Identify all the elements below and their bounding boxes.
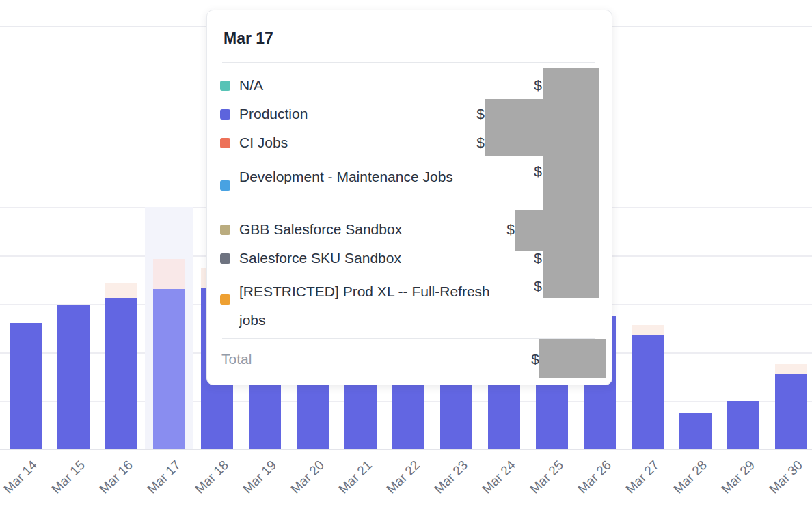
x-axis-label: Mar 27 xyxy=(623,458,662,497)
tooltip-total-label: Total xyxy=(221,350,252,368)
bar-segment-production[interactable] xyxy=(105,298,137,449)
tooltip-total-value-prefix: $ xyxy=(531,350,539,368)
x-axis-label: Mar 14 xyxy=(1,458,40,497)
legend-swatch xyxy=(220,109,230,120)
x-axis-label: Mar 28 xyxy=(671,458,710,497)
redacted-value-block xyxy=(539,339,606,378)
tooltip-row-value-prefix: $ xyxy=(534,277,542,295)
bar-segment-production[interactable] xyxy=(775,374,807,449)
redacted-value-block xyxy=(485,99,543,156)
x-axis-label: Mar 15 xyxy=(49,458,88,497)
x-axis-label: Mar 20 xyxy=(288,458,327,497)
x-axis-label: Mar 26 xyxy=(576,458,614,497)
x-axis-label: Mar 25 xyxy=(528,458,567,497)
legend-swatch xyxy=(220,180,230,191)
x-axis-label: Mar 21 xyxy=(336,458,375,497)
tooltip-divider-total xyxy=(222,338,595,339)
cost-chart-card: Mar 14Mar 15Mar 16Mar 17Mar 18Mar 19Mar … xyxy=(0,0,812,515)
bar-segment-production[interactable] xyxy=(57,305,90,449)
x-axis-label: Mar 22 xyxy=(384,458,423,497)
x-axis-label: Mar 24 xyxy=(480,458,519,497)
legend-swatch xyxy=(220,294,230,305)
bar-segment-secondary[interactable] xyxy=(775,364,807,374)
bar-segment-production[interactable] xyxy=(632,335,664,449)
tooltip-divider-top xyxy=(222,62,595,63)
bar-segment-production[interactable] xyxy=(153,289,185,449)
tooltip-row-label: CI Jobs xyxy=(239,134,288,152)
bar-segment-secondary[interactable] xyxy=(153,259,185,289)
redacted-value-block xyxy=(543,68,599,298)
x-axis-label: Mar 19 xyxy=(241,458,280,497)
bar-segment-production[interactable] xyxy=(10,323,42,449)
bar-segment-secondary[interactable] xyxy=(105,283,137,298)
bar-segment-secondary[interactable] xyxy=(632,325,664,335)
tooltip-row-label: Salesforce SKU Sandbox xyxy=(239,249,401,267)
tooltip-row-label: GBB Salesforce Sandbox xyxy=(239,221,402,238)
x-axis-label: Mar 17 xyxy=(145,458,184,497)
tooltip-row-value-prefix: $ xyxy=(534,163,542,180)
tooltip-row-value-prefix: $ xyxy=(534,249,542,267)
tooltip-row-label: Development - Maintenance Jobs xyxy=(239,163,489,191)
legend-swatch xyxy=(220,253,230,264)
tooltip-row-value-prefix: $ xyxy=(476,105,485,123)
tooltip-row-value-prefix: $ xyxy=(476,134,485,152)
bar-segment-production[interactable] xyxy=(679,413,712,449)
tooltip-row-value-prefix: $ xyxy=(534,76,542,94)
x-axis-label: Mar 16 xyxy=(97,458,136,497)
x-axis-label: Mar 30 xyxy=(767,458,806,497)
redacted-value-block xyxy=(515,210,543,251)
tooltip-row-value-prefix: $ xyxy=(506,221,515,238)
x-axis-label: Mar 29 xyxy=(719,458,758,497)
tooltip-row-label: Production xyxy=(239,105,308,123)
tooltip-row-label: N/A xyxy=(239,76,263,94)
bar-segment-production[interactable] xyxy=(727,401,759,449)
legend-swatch xyxy=(220,81,230,91)
x-axis-label: Mar 18 xyxy=(193,458,232,497)
tooltip-row-label: [RESTRICTED] Prod XL -- Full-Refresh job… xyxy=(239,277,519,335)
tooltip-title: Mar 17 xyxy=(224,29,273,48)
x-axis-label: Mar 23 xyxy=(432,458,471,497)
legend-swatch xyxy=(220,225,230,235)
legend-swatch xyxy=(220,138,230,148)
